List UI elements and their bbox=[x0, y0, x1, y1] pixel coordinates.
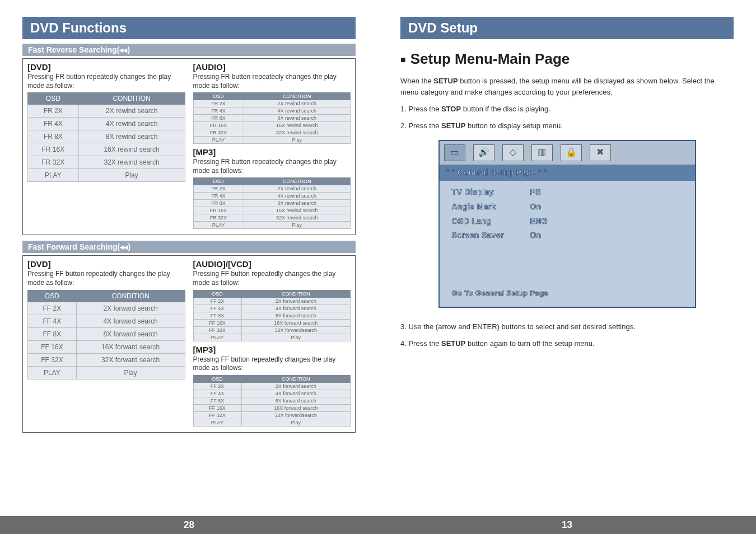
ff-right-col: [AUDIO]/[VCD] Pressing FF button repeate… bbox=[193, 259, 351, 426]
table-row: FF 4X4X forward search bbox=[193, 305, 351, 312]
table-row: FR 8X8X rewind search bbox=[193, 115, 351, 122]
ff-section: [DVD] Pressing FF button repeatedly chan… bbox=[22, 255, 356, 432]
table-row: FF 8X8X forward search bbox=[193, 397, 351, 404]
table-row: FF 16X16X forward search bbox=[193, 319, 351, 326]
page-right: DVD Setup Setup Menu-Main Page When the … bbox=[378, 0, 756, 534]
page-number-right: 13 bbox=[378, 516, 756, 534]
ff-dvd-desc: Pressing FF button repeatedly changes th… bbox=[27, 270, 185, 287]
fr-mp3-table: OSDCONDITION FR 2X2X rewind search FR 4X… bbox=[193, 177, 351, 229]
page-number-left: 28 bbox=[0, 516, 378, 534]
fr-dvd-table: OSDCONDITION FR 2X2X rewind search FR 4X… bbox=[27, 92, 185, 182]
ff-section-bar: Fast Forward Searching(◂◂) bbox=[22, 241, 356, 253]
table-row: FR 4X4X rewind search bbox=[193, 107, 351, 115]
fr-right-col: [AUDIO] Pressing FR button repeatedly ch… bbox=[193, 62, 351, 229]
table-row: FF 2X2X forward search bbox=[193, 382, 351, 390]
setup-footer-hint: Go To General Setup Page bbox=[440, 283, 695, 307]
table-row: FF 2X2X forward search bbox=[193, 297, 351, 305]
table-row: FR 32X32X rewind search bbox=[28, 156, 185, 169]
ff-dvd-col: [DVD] Pressing FF button repeatedly chan… bbox=[27, 259, 185, 426]
fr-dvd-title: [DVD] bbox=[27, 62, 185, 72]
table-row: PLAYPlay bbox=[193, 334, 351, 341]
setup-tab-row: ▭ 🔊 ◇ ▥ 🔒 ✖ bbox=[440, 141, 695, 165]
ff-mp3-desc: Pressing FF button repeatedly changes th… bbox=[193, 355, 351, 373]
th-cond: CONDITION bbox=[78, 93, 185, 105]
setup-row: TV DisplayPS bbox=[452, 186, 683, 199]
table-row: PLAYPlay bbox=[193, 137, 351, 144]
ff-mp3-table: OSDCONDITION FF 2X2X forward search FF 4… bbox=[193, 375, 351, 427]
tab-video-icon: ▥ bbox=[531, 144, 553, 161]
table-row: FR 16X16X rewind search bbox=[28, 143, 185, 156]
setup-menu-screenshot: ▭ 🔊 ◇ ▥ 🔒 ✖ ° ° General Setup Page ° ° T… bbox=[438, 140, 696, 308]
chapter-title-left: DVD Functions bbox=[22, 17, 356, 39]
table-row: FR 16X16X rewind search bbox=[193, 207, 351, 214]
intro-text: When the SETUP button is pressed, the se… bbox=[400, 76, 734, 98]
setup-page-title: ° ° General Setup Page ° ° bbox=[440, 165, 695, 181]
setup-row: Screen SaverOn bbox=[452, 229, 683, 242]
body: When the SETUP button is pressed, the se… bbox=[400, 76, 734, 349]
ff-audio-title: [AUDIO]/[VCD] bbox=[193, 259, 351, 269]
chapter-title-right: DVD Setup bbox=[400, 17, 734, 39]
table-row: FR 2X2X rewind search bbox=[28, 105, 185, 118]
ff-audio-table: OSDCONDITION FF 2X2X forward search FF 4… bbox=[193, 290, 351, 341]
table-row: FR 4X4X rewind search bbox=[28, 118, 185, 130]
fr-audio-title: [AUDIO] bbox=[193, 62, 351, 72]
fr-mp3-desc: Pressing FR button repeatedly changes th… bbox=[193, 158, 351, 175]
ff-audio-desc: Pressing FF button repeatedly changes th… bbox=[193, 270, 351, 287]
step-3: 3. Use the (arrow and ENTER) buttons to … bbox=[400, 321, 734, 332]
table-row: FR 2X2X rewind search bbox=[193, 185, 351, 193]
page-left: DVD Functions Fast Reverse Searching(◂◂)… bbox=[0, 0, 378, 534]
setup-options-list: TV DisplayPS Angle MarkOn OSD LangENG Sc… bbox=[440, 181, 695, 283]
step-2: 2. Press the SETUP button to display set… bbox=[400, 120, 734, 132]
setup-row: Angle MarkOn bbox=[452, 201, 683, 213]
fr-audio-table: OSDCONDITION FR 2X2X rewind search FR 4X… bbox=[193, 92, 351, 144]
step-1: 1. Press the STOP button if the disc is … bbox=[400, 104, 734, 115]
section-heading: Setup Menu-Main Page bbox=[400, 50, 734, 68]
table-row: FF 8X8X forward search bbox=[28, 327, 185, 340]
ff-dvd-table: OSDCONDITION FF 2X2X forward search FF 4… bbox=[27, 290, 185, 380]
table-row: FR 4X4X rewind search bbox=[193, 193, 351, 200]
table-row: FR 32X32X rewind search bbox=[193, 129, 351, 137]
table-row: PLAYPlay bbox=[28, 366, 185, 379]
setup-row: OSD LangENG bbox=[452, 216, 683, 228]
table-row: PLAYPlay bbox=[28, 169, 185, 182]
fr-section-bar: Fast Reverse Searching(◂◂) bbox=[22, 44, 356, 56]
table-row: FF 2X2X forward search bbox=[28, 302, 185, 315]
step-4: 4. Press the SETUP button again to turn … bbox=[400, 338, 734, 349]
table-row: FF 32X32X forward search bbox=[28, 353, 185, 366]
ff-dvd-title: [DVD] bbox=[27, 259, 185, 269]
table-row: FF 4X4X forward search bbox=[193, 390, 351, 397]
tab-general-icon: ▭ bbox=[444, 144, 465, 161]
table-row: FR 32X32X rewind search bbox=[193, 214, 351, 222]
fr-dvd-col: [DVD] Pressing FR button repeatedly chan… bbox=[27, 62, 185, 229]
table-row: FF 4X4X forward search bbox=[28, 315, 185, 327]
th-osd: OSD bbox=[28, 93, 79, 105]
table-row: PLAYPlay bbox=[193, 222, 351, 229]
fr-section: [DVD] Pressing FR button repeatedly chan… bbox=[22, 58, 356, 235]
tab-exit-icon: ✖ bbox=[590, 144, 611, 161]
table-row: FF 8X8X forward search bbox=[193, 312, 351, 319]
fr-dvd-desc: Pressing FR button repeatedly changes th… bbox=[27, 73, 185, 90]
fr-audio-desc: Pressing FR button repeatedly changes th… bbox=[193, 73, 351, 90]
table-row: FR 8X8X rewind search bbox=[193, 200, 351, 207]
tab-audio-icon: 🔊 bbox=[473, 144, 494, 161]
tab-dolby-icon: ◇ bbox=[502, 144, 524, 161]
table-row: FR 16X16X rewind search bbox=[193, 122, 351, 129]
ff-mp3-title: [MP3] bbox=[193, 345, 351, 354]
table-row: FR 8X8X rewind search bbox=[28, 130, 185, 143]
table-row: FR 2X2X rewind search bbox=[193, 100, 351, 107]
tab-preference-icon: 🔒 bbox=[561, 144, 582, 161]
table-row: FF 32X32X forwardsearch bbox=[193, 326, 351, 334]
table-row: FF 32X32X forwardsearch bbox=[193, 411, 351, 419]
table-row: FF 16X16X forward search bbox=[193, 404, 351, 411]
table-row: PLAYPlay bbox=[193, 419, 351, 426]
table-row: FF 16X16X forward search bbox=[28, 340, 185, 353]
fr-mp3-title: [MP3] bbox=[193, 147, 351, 157]
